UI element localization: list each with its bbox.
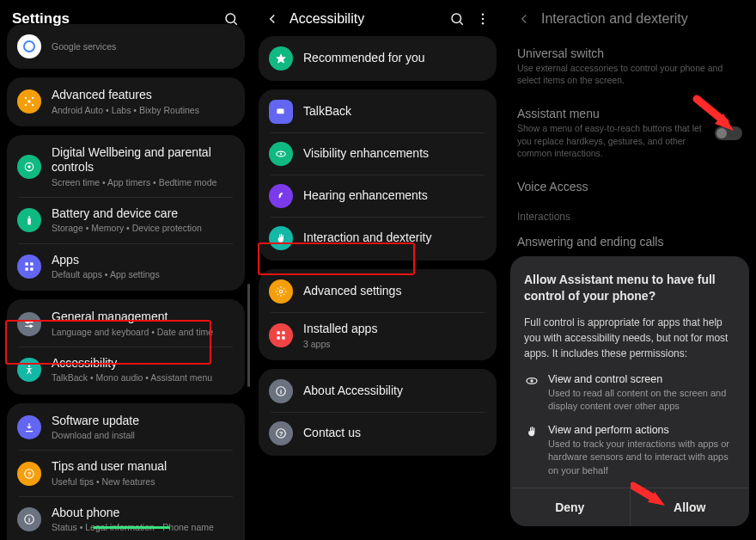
scroll-indicator [93,526,170,529]
list-item-advanced-settings[interactable]: Advanced settings [259,271,497,312]
list-item-accessibility[interactable]: Accessibility TalkBack • Mono audio • As… [7,347,245,393]
svg-line-25 [460,21,462,24]
settings-pane: Settings Google services Advanced featur… [0,0,252,540]
dialog-body: Full control is appropriate for apps tha… [524,315,735,361]
accessibility-list: Recommended for you TalkBack Visibility … [252,36,503,456]
list-item-about-phone[interactable]: i About phone Status • Legal information… [7,497,245,540]
gear-icon [269,279,293,304]
list-item-installed-apps[interactable]: Installed apps 3 apps [259,313,497,359]
accessibility-icon [17,358,41,382]
section-header: Interactions [503,204,756,224]
list-item-label: Recommended for you [303,51,486,66]
svg-text:i: i [28,516,30,524]
list-item-sub: Language and keyboard • Date and time [52,326,235,338]
svg-text:i: i [280,388,282,396]
google-icon [17,34,41,58]
svg-rect-34 [277,332,280,335]
list-item-advanced-features[interactable]: Advanced features Android Auto • Labs • … [7,79,245,125]
list-item-interaction-dexterity[interactable]: Interaction and dexterity [259,218,497,259]
svg-rect-36 [277,336,280,340]
list-item-contact-us[interactable]: ? Contact us [259,413,497,454]
list-item-voice-access[interactable]: Voice Access [503,169,756,204]
list-item-label: About phone [52,506,235,521]
list-item-google[interactable]: Google services [7,26,245,67]
list-item-apps[interactable]: Apps Default apps • App settings [7,244,245,290]
row-title: Voice Access [517,180,742,193]
interaction-header: Interaction and dexterity [503,0,756,36]
page-title: Accessibility [290,11,440,27]
general-management-icon [17,312,41,336]
search-icon[interactable] [448,10,466,28]
list-item-sub: Default apps • App settings [52,268,235,280]
permission-dialog: Allow Assistant menu to have full contro… [510,256,749,526]
svg-point-16 [27,321,28,322]
list-item-label: Apps [52,253,235,268]
list-item-sub: Android Auto • Labs • Bixby Routines [52,104,235,116]
eye-icon [524,373,540,414]
page-title: Interaction and dexterity [541,11,744,27]
list-item-visibility[interactable]: Visibility enhancements [259,133,497,175]
svg-point-0 [226,14,235,23]
list-item-software-update[interactable]: Software update Download and install [7,405,245,451]
assistant-menu-toggle[interactable] [715,126,742,140]
svg-point-28 [482,22,484,24]
permission-title: View and perform actions [548,424,735,436]
svg-text:?: ? [279,430,284,438]
list-item-sub: Useful tips • New features [52,476,235,488]
list-item-universal-switch[interactable]: Universal switch Use external accessorie… [503,36,756,96]
scrollbar[interactable] [247,284,250,387]
interaction-list: Universal switch Use external accessorie… [503,36,756,259]
interaction-dexterity-pane: Interaction and dexterity Universal swit… [503,0,756,540]
svg-rect-37 [282,336,285,340]
list-item-sub: Google services [52,40,235,52]
svg-point-32 [280,153,282,155]
permission-desc: Used to track your interactions with app… [548,438,735,477]
talkback-icon [269,100,293,124]
list-item-assistant-menu[interactable]: Assistant menu Show a menu of easy-to-re… [503,96,756,169]
info-icon: i [269,379,293,403]
svg-point-44 [530,379,533,382]
list-item-label: Battery and device care [52,206,235,222]
list-item-sub: Screen time • App timers • Bedtime mode [52,176,235,188]
battery-icon [17,208,41,232]
list-item-label: Installed apps [303,322,486,337]
list-item-label: Software update [52,414,235,429]
list-item-hearing[interactable]: Hearing enhancements [259,175,497,217]
svg-point-33 [279,290,283,293]
accessibility-header: Accessibility [252,0,503,36]
svg-rect-10 [25,262,27,266]
search-icon[interactable] [223,10,240,28]
svg-text:?: ? [27,469,32,477]
list-item-recommended[interactable]: Recommended for you [259,38,497,79]
svg-point-9 [27,165,31,169]
svg-point-6 [25,104,27,106]
more-icon[interactable] [474,10,491,28]
list-item-tips[interactable]: ? Tips and user manual Useful tips • New… [7,451,245,496]
svg-line-1 [234,21,236,24]
permission-perform-actions: View and perform actions Used to track y… [524,424,735,477]
permission-desc: Used to read all content on the screen a… [548,387,735,414]
svg-point-17 [30,325,32,327]
advanced-features-icon [17,89,41,114]
permission-view-screen: View and control screen Used to read all… [524,373,735,414]
hand-icon [269,226,293,250]
list-item-answering-calls[interactable]: Answering and ending calls [503,224,756,259]
list-item-label: About Accessibility [303,384,486,399]
svg-rect-12 [25,267,27,271]
back-icon[interactable] [264,10,281,28]
deny-button[interactable]: Deny [510,488,630,526]
question-icon: ? [269,421,293,445]
list-item-talkback[interactable]: TalkBack [259,91,497,132]
list-item-battery[interactable]: Battery and device care Storage • Memory… [7,198,245,243]
svg-point-4 [25,97,27,99]
svg-point-27 [482,18,484,20]
list-item-general-management[interactable]: General management Language and keyboard… [7,301,245,347]
allow-button[interactable]: Allow [630,488,750,526]
dialog-title: Allow Assistant menu to have full contro… [524,272,735,304]
back-icon[interactable] [515,10,533,28]
list-item-label: Digital Wellbeing and parental controls [52,145,235,175]
list-item-about-accessibility[interactable]: i About Accessibility [259,371,497,412]
page-title: Settings [12,10,214,28]
svg-point-18 [28,365,30,367]
list-item-digital-wellbeing[interactable]: Digital Wellbeing and parental controls … [7,137,245,197]
